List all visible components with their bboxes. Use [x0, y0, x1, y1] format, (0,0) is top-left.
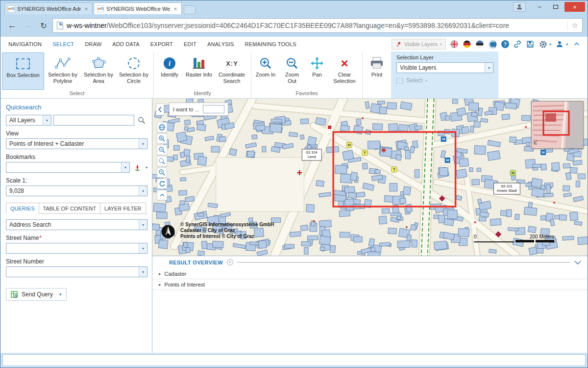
link-icon[interactable] — [514, 40, 522, 49]
titlebar: wO SYNERGIS WebOffice Adm × wO SYNERGIS … — [0, 0, 588, 14]
street-name-combo[interactable]: ▾ — [6, 243, 147, 254]
minimize-button[interactable]: – — [532, 2, 547, 12]
map-zoom-in-button[interactable] — [157, 133, 167, 144]
select-dropdown-button[interactable]: Select ▾ — [396, 77, 493, 84]
overview-globe-button[interactable] — [157, 122, 167, 132]
menu-add-data[interactable]: ADD DATA — [112, 41, 140, 47]
raster-info-tool[interactable]: Raster Info — [184, 53, 214, 90]
user-account-button[interactable] — [513, 2, 526, 12]
street-number-combo[interactable]: ▾ — [6, 266, 147, 277]
globe-icon[interactable] — [489, 40, 497, 49]
search-button[interactable] — [136, 115, 147, 126]
query-type-dropdown[interactable]: Address Search ▾ — [6, 219, 147, 230]
menu-edit[interactable]: EDIT — [184, 41, 196, 47]
zoom-out-tool[interactable]: Zoom Out — [278, 53, 306, 90]
tab-layer-filter[interactable]: LAYER FILTER — [100, 203, 146, 214]
send-query-icon — [11, 291, 18, 298]
select-group: Box Selection Selection by Polyline Sele… — [0, 52, 154, 98]
box-selection-tool[interactable]: Box Selection — [2, 53, 44, 90]
bookmarks-dropdown[interactable]: ▾ — [6, 162, 130, 173]
selection-by-area-tool[interactable]: Selection by Area — [81, 53, 116, 90]
menu-select[interactable]: SELECT — [52, 41, 74, 47]
maximize-button[interactable] — [548, 2, 563, 12]
expand-triangle-icon[interactable]: ▸ — [159, 271, 161, 276]
collapse-ribbon-icon[interactable] — [572, 40, 581, 49]
browser-tab-admin[interactable]: wO SYNERGIS WebOffice Adm × — [4, 2, 93, 14]
view-dropdown[interactable]: Points of Interest + Cadaster ▾ — [6, 138, 147, 149]
chevron-down-icon[interactable] — [574, 260, 582, 265]
close-results-icon[interactable]: × — [227, 259, 233, 265]
zoom-window-button[interactable] — [157, 156, 167, 166]
url-text[interactable]: w-ws-wintner/WebOffice103/synserver;jses… — [67, 22, 564, 29]
visible-layers-pinned-dropdown[interactable]: Visible Layers ▾ — [392, 39, 446, 50]
previous-extent-button[interactable] — [157, 167, 167, 178]
i-want-to-widget[interactable]: I want to ... — [169, 103, 228, 116]
address-bar[interactable]: w-ws-wintner/WebOffice103/synserver;jses… — [52, 18, 583, 33]
map-zoom-out-button[interactable] — [157, 145, 167, 155]
favorites-star-icon[interactable]: ☆ — [567, 21, 578, 30]
collapse-sidebar-button[interactable] — [156, 104, 164, 115]
svg-text:H: H — [512, 171, 514, 175]
refresh-button[interactable]: ↻ — [37, 19, 50, 32]
menu-draw[interactable]: DRAW — [85, 41, 101, 47]
district-label-innere-stadt: 63 101 Innere Stadt — [493, 183, 520, 194]
expand-triangle-icon[interactable]: ▸ — [159, 282, 161, 287]
tab-close-icon[interactable]: × — [172, 6, 178, 12]
selection-by-circle-tool[interactable]: Selection by Circle — [116, 53, 152, 90]
i-want-to-input[interactable] — [203, 105, 224, 113]
tab-table-of-content[interactable]: TABLE OF CONTENT — [39, 203, 101, 214]
flag-estonia-icon[interactable] — [476, 40, 484, 49]
new-tab-button[interactable] — [184, 5, 196, 14]
send-query-button[interactable]: Send Query ▾ — [6, 288, 67, 301]
pan-tool[interactable]: Pan — [306, 53, 328, 90]
zoom-in-tool[interactable]: Zoom In — [253, 53, 278, 90]
flag-germany-icon[interactable] — [463, 40, 471, 49]
forward-button[interactable]: → — [21, 19, 35, 32]
scale-label: Scale 1: — [6, 177, 147, 184]
map-viewport[interactable]: H T T H H H H — [152, 99, 588, 256]
identify-tool[interactable]: i Identify — [155, 53, 184, 90]
back-button[interactable]: ← — [5, 19, 19, 32]
menu-analysis[interactable]: ANALYSIS — [207, 41, 234, 47]
tab-close-icon[interactable]: × — [83, 6, 89, 12]
group-label-select: Select — [2, 90, 152, 98]
result-row-cadaster[interactable]: ▸ Cadaster — [152, 268, 588, 279]
browser-tab-web[interactable]: wO SYNERGIS WebOffice Web × — [94, 2, 182, 14]
tab-queries[interactable]: QUERIES — [6, 203, 39, 214]
clear-selection-tool[interactable]: × Clear Selection — [328, 53, 361, 90]
save-icon[interactable] — [526, 40, 535, 49]
coordinate-search-tool[interactable]: X:Y Coordinate Search — [214, 53, 249, 90]
help-icon[interactable]: ? — [501, 40, 509, 48]
info-icon: i — [164, 57, 175, 69]
svg-text:T: T — [364, 151, 366, 155]
print-tool[interactable]: Print — [364, 53, 390, 90]
page-icon — [57, 22, 63, 29]
selection-layer-dropdown[interactable]: Visible Layers ▾ — [396, 62, 493, 73]
menu-navigation[interactable]: NAVIGATION — [8, 41, 42, 47]
chevron-down-icon[interactable]: ▾ — [566, 42, 568, 47]
map-plaza — [216, 158, 304, 211]
svg-text:H: H — [542, 150, 545, 155]
pan-arrows-icon — [310, 55, 324, 72]
overview-map[interactable] — [531, 101, 584, 149]
close-button[interactable]: × — [564, 2, 585, 12]
menu-export[interactable]: EXPORT — [150, 41, 173, 47]
flag-uk-icon[interactable] — [450, 40, 459, 49]
svg-text:H: H — [348, 143, 351, 147]
chevron-down-icon[interactable]: ▾ — [146, 165, 147, 170]
quicksearch-layer-dropdown[interactable]: All Layers ▾ — [6, 115, 51, 126]
result-row-points-of-interest[interactable]: ▸ Points of Interest — [152, 279, 588, 290]
login-person-icon[interactable] — [556, 40, 564, 49]
menu-remaining-tools[interactable]: REMAINING TOOLS — [245, 41, 296, 47]
quicksearch-input[interactable] — [53, 115, 134, 126]
add-bookmark-button[interactable] — [132, 162, 144, 173]
svg-text:Innere Stadt: Innere Stadt — [497, 188, 517, 193]
chevron-down-icon[interactable]: ▾ — [549, 42, 551, 47]
gear-icon[interactable] — [539, 40, 547, 49]
scale-dropdown[interactable]: 9,028 ▾ — [6, 185, 147, 196]
north-arrow-icon — [161, 224, 175, 241]
collapse-map-tools-button[interactable] — [157, 190, 167, 200]
refresh-map-button[interactable] — [157, 179, 167, 189]
maximize-icon — [553, 5, 558, 9]
selection-by-polyline-tool[interactable]: Selection by Polyline — [44, 53, 81, 90]
